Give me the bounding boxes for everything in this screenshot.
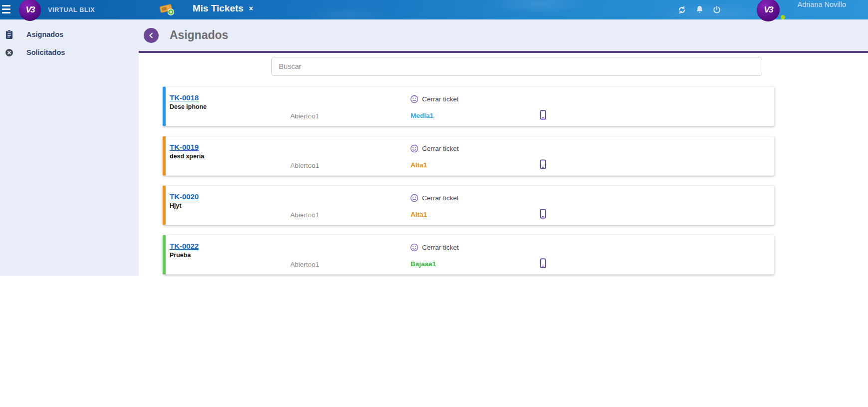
- mobile-phone-icon: [540, 258, 546, 270]
- cancel-circle-icon: [4, 48, 14, 57]
- tab-mis-tickets[interactable]: Mis Tickets ×: [159, 0, 254, 17]
- bell-icon[interactable]: [695, 4, 704, 15]
- cerrar-ticket-button[interactable]: Cerrar ticket: [410, 194, 459, 202]
- ticket-list: TK-0018 Dese iphone Cerrar ticket Abiert…: [163, 86, 775, 275]
- main-content: TK-0018 Dese iphone Cerrar ticket Abiert…: [139, 53, 868, 275]
- sidebar-item-asignados[interactable]: Asignados: [0, 25, 139, 43]
- ticket-priority: Media1: [411, 112, 434, 119]
- cerrar-ticket-label: Cerrar ticket: [422, 95, 459, 103]
- ticket-status: Abiertoo1: [290, 162, 319, 169]
- ticket-card: TK-0022 Prueba Cerrar ticket Abiertoo1 B…: [163, 235, 775, 275]
- ticket-priority: Alta1: [411, 211, 427, 218]
- online-status-dot: [781, 15, 785, 19]
- cerrar-ticket-label: Cerrar ticket: [422, 194, 459, 202]
- back-button[interactable]: [144, 28, 159, 43]
- smiley-icon: [410, 144, 419, 153]
- sidebar-item-label: Solicitados: [26, 48, 65, 56]
- ticket-card: TK-0019 desd xperia Cerrar ticket Abiert…: [163, 136, 775, 176]
- sidebar-item-label: Asignados: [26, 30, 63, 38]
- topbar-actions: [676, 0, 722, 19]
- ticket-priority: Alta1: [411, 161, 427, 169]
- top-bar: V3 VIRTUAL BLIX Mis Tickets ×: [0, 0, 868, 19]
- ticket-title: Prueba: [170, 252, 191, 259]
- ticket-status: Abiertoo1: [290, 261, 319, 268]
- user-avatar[interactable]: V3: [757, 0, 780, 21]
- page-title: Asignados: [170, 28, 228, 42]
- search-input[interactable]: [271, 57, 762, 76]
- hamburger-menu-icon[interactable]: [2, 3, 14, 16]
- cerrar-ticket-label: Cerrar ticket: [422, 244, 459, 251]
- brand-name: VIRTUAL BLIX: [48, 6, 95, 13]
- page-header: Asignados: [139, 19, 868, 51]
- chevron-left-icon: [148, 32, 154, 38]
- ticket-id-link[interactable]: TK-0020: [170, 192, 199, 201]
- tab-label[interactable]: Mis Tickets: [193, 3, 243, 14]
- cerrar-ticket-label: Cerrar ticket: [422, 145, 459, 152]
- cerrar-ticket-button[interactable]: Cerrar ticket: [410, 144, 459, 153]
- purple-divider: [139, 51, 868, 53]
- smiley-icon: [410, 243, 419, 252]
- sidebar-item-solicitados[interactable]: Solicitados: [0, 43, 139, 61]
- cerrar-ticket-button[interactable]: Cerrar ticket: [410, 243, 459, 252]
- ticket-id-link[interactable]: TK-0019: [170, 143, 199, 151]
- ticket-id-link[interactable]: TK-0018: [170, 93, 199, 102]
- refresh-icon[interactable]: [676, 4, 687, 15]
- power-icon[interactable]: [712, 5, 722, 15]
- mobile-phone-icon: [540, 110, 546, 122]
- tab-close-icon[interactable]: ×: [247, 3, 254, 13]
- ticket-title: Dese iphone: [170, 103, 207, 110]
- ticket-add-icon: [159, 2, 175, 15]
- ticket-title: Hjyt: [170, 202, 182, 209]
- avatar-logo-text: V3: [764, 5, 773, 15]
- clipboard-icon: [4, 29, 14, 39]
- mobile-phone-icon: [540, 159, 546, 171]
- ticket-card: TK-0020 Hjyt Cerrar ticket Abiertoo1 Alt…: [163, 185, 775, 225]
- ticket-priority: Bajaaa1: [411, 260, 436, 268]
- brand-logo-text: V3: [26, 5, 34, 15]
- smiley-icon: [410, 95, 419, 103]
- brand-logo: V3: [19, 0, 41, 21]
- sidebar: Asignados Solicitados: [0, 19, 139, 276]
- ticket-status: Abiertoo1: [290, 112, 319, 120]
- ticket-status: Abiertoo1: [290, 211, 319, 219]
- ticket-title: desd xperia: [170, 153, 204, 160]
- mobile-phone-icon: [540, 209, 546, 221]
- smiley-icon: [410, 194, 419, 202]
- cerrar-ticket-button[interactable]: Cerrar ticket: [410, 95, 459, 103]
- ticket-card: TK-0018 Dese iphone Cerrar ticket Abiert…: [163, 86, 775, 126]
- ticket-id-link[interactable]: TK-0022: [170, 242, 199, 250]
- user-name: Adriana Novillo: [797, 0, 846, 8]
